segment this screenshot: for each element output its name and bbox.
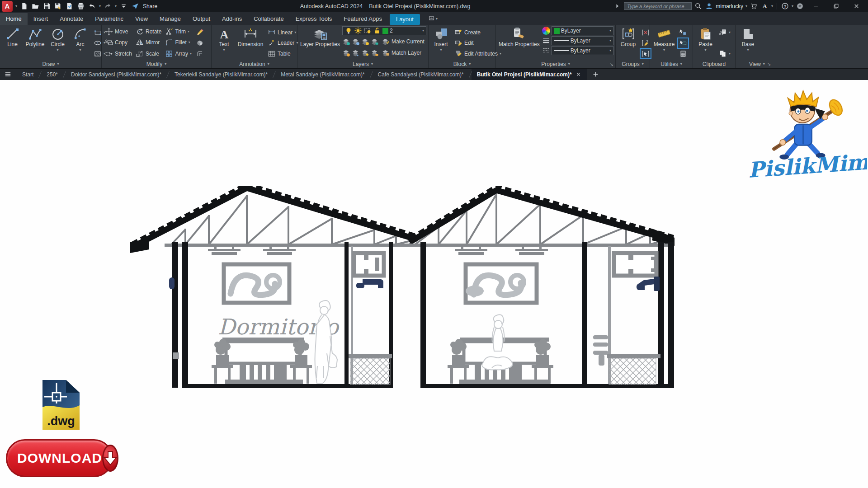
panel-modify-footer[interactable]: Modify▾: [102, 60, 211, 68]
panel-utilities-footer[interactable]: Utilities▾: [650, 60, 693, 68]
layer-freeze-viewport-icon[interactable]: [363, 27, 372, 35]
group-edit-button[interactable]: [640, 38, 651, 48]
view-dialog-launcher-icon[interactable]: ↘: [767, 61, 771, 66]
new-drawing-tab-icon[interactable]: [591, 70, 600, 79]
layer-color-swatch[interactable]: [382, 28, 388, 34]
assistant-icon[interactable]: [796, 2, 804, 10]
insert-block-button[interactable]: Insert▾: [430, 26, 452, 60]
leader-button[interactable]: Leader▾: [266, 38, 299, 48]
file-tab-butik-otel-projesi[interactable]: Butik Otel Projesi (PislikMimar.com)*: [472, 69, 587, 80]
drawing-canvas[interactable]: Dormitorio: [0, 80, 868, 488]
app-store-cart-icon[interactable]: [750, 2, 758, 10]
file-tab-tekerlekli-sandalye[interactable]: Tekerlekli Sandalye (PislikMimar.com)*: [169, 69, 273, 80]
file-tabs-menu-icon[interactable]: [4, 70, 12, 79]
app-menu-caret-icon[interactable]: ▾: [15, 5, 17, 8]
redo-icon[interactable]: [104, 2, 112, 10]
lineweight-select[interactable]: ByLayer▾: [552, 36, 613, 45]
search-input[interactable]: [624, 2, 692, 10]
layer-on-icon[interactable]: [344, 27, 353, 35]
line-button[interactable]: Line: [2, 26, 23, 60]
tab-featured-apps[interactable]: Featured Apps: [338, 13, 388, 25]
explode-button[interactable]: [194, 38, 205, 48]
tab-manage[interactable]: Manage: [154, 13, 187, 25]
paste-button[interactable]: Paste▾: [695, 26, 716, 60]
layer-dropdown-caret-icon[interactable]: ▾: [422, 29, 424, 33]
layer-isolate-icon[interactable]: [342, 38, 350, 46]
fillet-button[interactable]: Fillet▾: [164, 38, 193, 48]
arc-button[interactable]: Arc▾: [70, 26, 91, 60]
close-button[interactable]: [847, 0, 865, 12]
plot-transfer-icon[interactable]: [65, 2, 74, 10]
panel-layers-footer[interactable]: Layers▾: [297, 60, 428, 68]
file-tab-start[interactable]: Start: [17, 69, 39, 80]
mirror-button[interactable]: Mirror: [134, 38, 163, 48]
save-icon[interactable]: [42, 2, 51, 10]
redo-caret-icon[interactable]: ▾: [115, 5, 117, 8]
layer-off-icon[interactable]: [342, 49, 350, 57]
offset-button[interactable]: [194, 48, 205, 59]
username[interactable]: mimarlucky: [716, 3, 743, 9]
tab-layout[interactable]: Layout: [390, 14, 420, 25]
move-button[interactable]: Move: [104, 26, 133, 37]
panel-groups-footer[interactable]: Groups▾: [616, 60, 650, 68]
user-avatar-icon[interactable]: [705, 2, 713, 10]
share-button[interactable]: Share: [143, 3, 157, 9]
account-caret-icon[interactable]: ▾: [771, 5, 773, 8]
layer-unisolate-icon[interactable]: [352, 38, 360, 46]
search-expand-icon[interactable]: [613, 2, 622, 10]
layer-unlock-icon[interactable]: [373, 27, 381, 35]
group-selection-toggle[interactable]: [640, 48, 651, 59]
tab-express-tools[interactable]: Express Tools: [290, 13, 338, 25]
create-block-button[interactable]: Create: [453, 27, 503, 38]
dimension-button[interactable]: Dimension: [236, 26, 265, 60]
layer-thaw-all-icon[interactable]: [361, 49, 369, 57]
object-color-select[interactable]: ByLayer▾: [552, 26, 613, 35]
print-icon[interactable]: [76, 2, 85, 10]
panel-block-footer[interactable]: Block▾: [429, 60, 495, 68]
panel-annotation-footer[interactable]: Annotation▾: [212, 60, 297, 68]
undo-caret-icon[interactable]: ▾: [99, 5, 101, 8]
panel-clipboard-footer[interactable]: Clipboard: [693, 60, 735, 68]
make-current-button[interactable]: Make Current: [380, 36, 426, 47]
open-file-icon[interactable]: [31, 2, 40, 10]
measure-button[interactable]: Measure▾: [652, 26, 676, 60]
match-layer-button[interactable]: Match Layer: [380, 47, 423, 58]
polyline-button[interactable]: Polyline: [24, 26, 46, 60]
file-tab-250[interactable]: 250*: [41, 69, 63, 80]
trim-button[interactable]: Trim▾: [164, 26, 193, 37]
stretch-button[interactable]: Stretch: [104, 48, 133, 59]
tab-output[interactable]: Output: [187, 13, 216, 25]
match-properties-button[interactable]: Match Properties: [498, 26, 541, 60]
ribbon-display-caret-icon[interactable]: ▾: [436, 17, 438, 21]
properties-dialog-launcher-icon[interactable]: ↘: [610, 62, 613, 67]
erase-button[interactable]: [194, 27, 205, 38]
save-as-icon[interactable]: [54, 2, 62, 10]
array-button[interactable]: Array▾: [164, 48, 193, 59]
object-color-icon[interactable]: [542, 27, 550, 35]
base-view-button[interactable]: Base▾: [737, 26, 759, 60]
group-button[interactable]: Group: [618, 26, 639, 60]
customize-quick-access-icon[interactable]: [119, 2, 128, 10]
linear-dimension-button[interactable]: Linear▾: [266, 27, 299, 38]
rotate-button[interactable]: Rotate: [134, 26, 163, 37]
linetype-icon[interactable]: [542, 47, 550, 55]
edit-block-button[interactable]: Edit: [453, 38, 503, 48]
file-tab-doktor-sandalyesi[interactable]: Doktor Sandalyesi (PislikMimar.com)*: [66, 69, 167, 80]
tab-parametric[interactable]: Parametric: [89, 13, 129, 25]
tab-home[interactable]: Home: [0, 13, 28, 25]
text-button[interactable]: AText▾: [213, 26, 235, 60]
tab-close-icon[interactable]: [576, 71, 581, 77]
linetype-select[interactable]: ByLayer▾: [552, 46, 613, 55]
cut-button[interactable]: ▾: [717, 27, 732, 38]
layer-properties-button[interactable]: Layer Properties: [299, 26, 341, 60]
tab-insert[interactable]: Insert: [28, 13, 54, 25]
layer-thaw-icon[interactable]: [354, 27, 362, 35]
layer-walk-icon[interactable]: [352, 49, 360, 57]
scale-button[interactable]: Scale: [134, 48, 163, 59]
quick-calculator-button[interactable]: [678, 48, 689, 59]
share-icon[interactable]: [131, 2, 139, 10]
search-icon[interactable]: [694, 2, 703, 10]
layer-freeze-icon[interactable]: [361, 38, 369, 46]
quick-select-button[interactable]: [678, 27, 689, 38]
layer-select[interactable]: 2 ▾: [342, 26, 426, 35]
